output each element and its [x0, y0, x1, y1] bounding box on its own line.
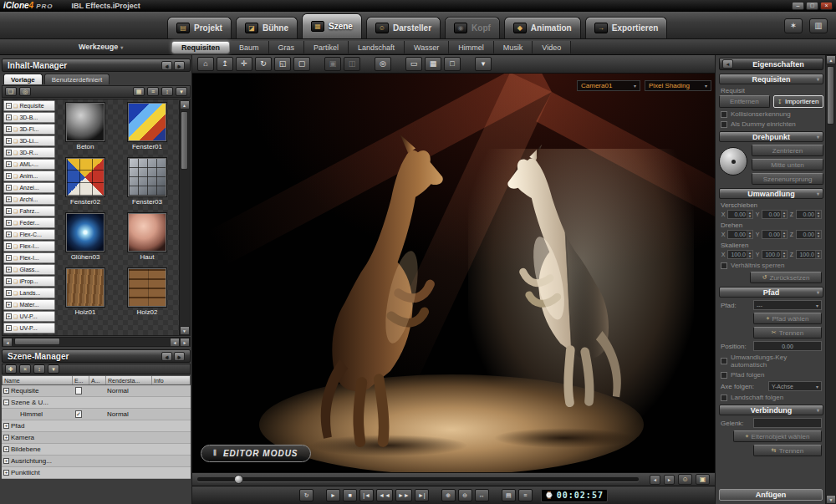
tree-item[interactable]: + ❏ Anzei...: [3, 182, 55, 193]
tree-item[interactable]: + ❏ 3D-Fl...: [3, 124, 55, 135]
move-y-field[interactable]: 0.00▲▼: [762, 210, 788, 219]
joint-field[interactable]: [753, 418, 822, 428]
minimize-button[interactable]: –: [792, 2, 804, 10]
content-horizontal-scrollbar[interactable]: ◄ ◄ ►: [2, 337, 191, 347]
scroll-up-icon[interactable]: ▲: [180, 100, 190, 109]
scrollbar-track[interactable]: [13, 338, 170, 346]
next-frame-button[interactable]: ►►: [395, 489, 412, 501]
section-verbindung[interactable]: Verbindung ▾: [719, 405, 823, 415]
detach-parent-button[interactable]: ⇆ Trennen: [753, 445, 822, 456]
thumbnail-scrollbar[interactable]: ▲ ▼: [179, 100, 189, 335]
view-options-icon[interactable]: ▾: [176, 87, 187, 96]
maximize-button[interactable]: □: [806, 2, 818, 10]
row-expander-icon[interactable]: +: [3, 388, 9, 394]
fit-timeline-button[interactable]: ↔: [475, 489, 489, 501]
detach-path-button[interactable]: ✂ Trennen: [753, 327, 822, 339]
tree-expander-icon[interactable]: +: [6, 313, 12, 319]
tree-expander-icon[interactable]: +: [6, 173, 12, 179]
spinner-icon[interactable]: ▲▼: [747, 251, 752, 258]
effects-wand-icon[interactable]: ✶: [784, 18, 803, 33]
transform-key-checkbox[interactable]: [721, 358, 727, 364]
thumbnail-view-icon[interactable]: ▦: [133, 87, 145, 96]
follow-terrain-checkbox-row[interactable]: Landschaft folgen: [721, 394, 822, 401]
move-icon[interactable]: ✛: [236, 57, 252, 71]
scale-x-field[interactable]: 100.0▲▼: [727, 250, 753, 259]
tab-animation[interactable]: ◆ Animation: [504, 17, 581, 38]
zoom-in-button[interactable]: ⊕: [441, 489, 456, 501]
timeline-track[interactable]: [197, 477, 639, 481]
tree-item[interactable]: + ❏ Mater...: [3, 299, 55, 310]
follow-terrain-checkbox[interactable]: [721, 395, 727, 401]
tree-item[interactable]: + ❏ 3D-B...: [3, 112, 55, 123]
last-frame-button[interactable]: ►|: [415, 489, 429, 501]
spinner-icon[interactable]: ▲▼: [747, 211, 752, 218]
subtab-musik[interactable]: Musik: [494, 41, 533, 53]
section-requisiten[interactable]: Requisiten ▾: [719, 74, 823, 84]
fullscreen-icon[interactable]: □: [444, 57, 461, 71]
tree-item[interactable]: + ❏ Fahrz...: [3, 206, 55, 216]
column-name[interactable]: Name: [3, 376, 73, 384]
move-z-field[interactable]: 0.00▲▼: [796, 210, 822, 219]
tab-kopf[interactable]: ◉ Kopf: [445, 17, 500, 38]
tree-item[interactable]: + ❏ Glass...: [3, 264, 55, 275]
dual-view-icon[interactable]: ▭: [405, 57, 422, 71]
subtab-wasser[interactable]: Wasser: [405, 41, 449, 53]
spinner-icon[interactable]: ▲▼: [815, 251, 821, 258]
actor-toggle-icon[interactable]: ☺: [678, 474, 692, 485]
thumbnail-item[interactable]: Glühen03: [58, 213, 113, 261]
tree-expander-icon[interactable]: +: [6, 196, 12, 202]
subtab-gras[interactable]: Gras: [269, 41, 305, 53]
film-button[interactable]: ▤: [502, 489, 516, 501]
row-expander-icon[interactable]: +: [3, 458, 9, 464]
collision-checkbox[interactable]: [721, 111, 727, 118]
play-button[interactable]: ►: [326, 489, 340, 501]
lock-ratio-checkbox[interactable]: [721, 262, 727, 269]
stop-button[interactable]: ■: [343, 489, 357, 501]
middle-bottom-pivot-button[interactable]: Mitte unten: [752, 159, 823, 171]
tab-exportieren[interactable]: → Exportieren: [585, 17, 668, 38]
rotate-icon[interactable]: ↻: [255, 57, 272, 71]
section-umwandlung[interactable]: Umwandlung ▾: [719, 188, 823, 199]
rotate-z-field[interactable]: 0.00▲▼: [796, 230, 822, 239]
spinner-icon[interactable]: ▲▼: [815, 231, 821, 238]
reset-transform-button[interactable]: ↺ Zurücksetzen: [750, 272, 822, 283]
row-expander-icon[interactable]: +: [3, 446, 9, 452]
timeline-step-right-icon[interactable]: ►: [664, 475, 675, 485]
rotate-x-field[interactable]: 0.00▲▼: [727, 230, 753, 239]
tree-item[interactable]: + ❏ Feder...: [3, 217, 55, 228]
scroll-down-icon[interactable]: ▼: [826, 495, 836, 504]
render-menu-icon[interactable]: ▾: [475, 57, 492, 71]
search-icon[interactable]: ◎: [19, 87, 31, 96]
subtab-video[interactable]: Video: [533, 41, 571, 53]
spinner-icon[interactable]: ▲▼: [781, 231, 787, 238]
dummy-checkbox-row[interactable]: Als Dummy einrichten: [721, 120, 822, 128]
prev-frame-button[interactable]: ◄◄: [376, 489, 393, 501]
grid-icon[interactable]: ▦: [425, 57, 441, 71]
panel-scroll-right-icon[interactable]: ►: [174, 352, 185, 361]
dummy-checkbox[interactable]: [721, 121, 727, 128]
zoom-out-button[interactable]: ⊖: [458, 489, 472, 501]
move-up-icon[interactable]: ↥: [217, 57, 233, 71]
thumbnail-item[interactable]: Holz01: [58, 268, 113, 316]
tree-expander-icon[interactable]: +: [6, 290, 12, 296]
spinner-icon[interactable]: ▲▼: [781, 211, 787, 218]
tree-item[interactable]: + ❏ iProp...: [3, 276, 55, 287]
tree-item[interactable]: + ❏ 3D-R...: [3, 147, 55, 158]
tree-item[interactable]: + ❏ Archi...: [3, 194, 55, 205]
tree-expander-icon[interactable]: +: [6, 220, 12, 226]
list-view-icon[interactable]: ≡: [147, 87, 159, 96]
scroll-left-icon[interactable]: ◄: [3, 338, 13, 347]
enable-checkbox[interactable]: ✓: [75, 410, 82, 418]
pick-parent-button[interactable]: ⌖ Elternobjekt wählen: [733, 430, 822, 442]
subtab-himmel[interactable]: Himmel: [449, 41, 494, 53]
path-dropdown[interactable]: --- ▾: [753, 300, 822, 310]
tree-expander-icon[interactable]: +: [6, 243, 12, 249]
thumbnail-item[interactable]: Fenster02: [58, 158, 113, 206]
import-button[interactable]: ↧ Importieren: [773, 95, 824, 108]
scene-object-row[interactable]: + Bildebene ✓: [2, 444, 191, 456]
pick-path-button[interactable]: ⌖ Pfad wählen: [753, 313, 822, 324]
column-e[interactable]: E...: [73, 376, 89, 384]
tab-buehne[interactable]: ◪ Bühne: [236, 17, 298, 38]
thumbnail-item[interactable]: Fenster03: [120, 158, 175, 206]
tree-expander-icon[interactable]: +: [6, 150, 12, 155]
